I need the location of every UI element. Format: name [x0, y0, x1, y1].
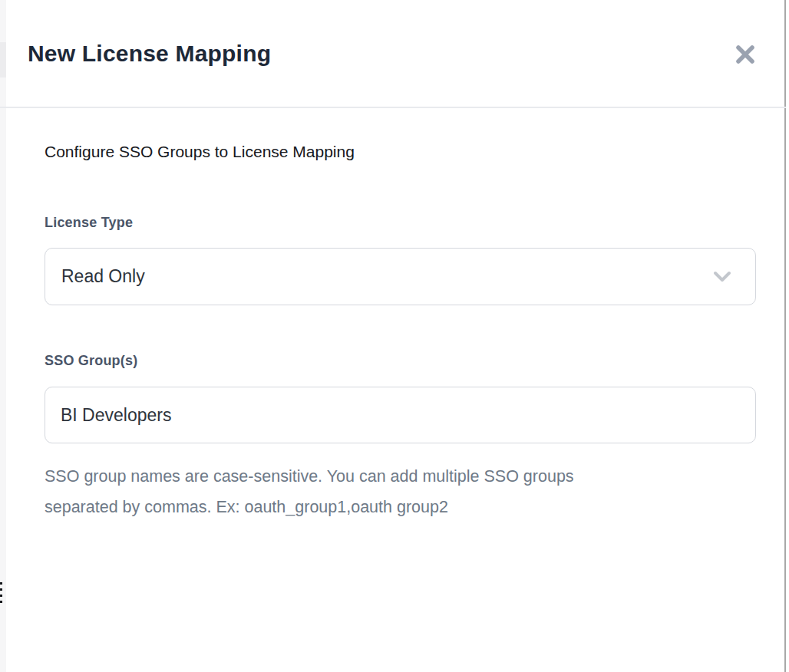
new-license-mapping-modal: New License Mapping Configure SSO Groups…	[6, 0, 786, 672]
chevron-down-icon	[711, 269, 734, 285]
page-background-strip	[0, 0, 6, 672]
background-list-icon-fragment	[0, 595, 2, 597]
background-list-icon-fragment	[0, 601, 2, 603]
sso-groups-helper-text: SSO group names are case-sensitive. You …	[45, 461, 735, 522]
license-type-selected-value: Read Only	[61, 266, 711, 287]
background-list-icon-fragment	[0, 588, 2, 591]
license-type-select[interactable]: Read Only	[45, 248, 756, 305]
sso-groups-label: SSO Group(s)	[45, 353, 137, 369]
header-divider	[0, 107, 786, 108]
sso-groups-input[interactable]	[45, 387, 756, 443]
close-icon	[733, 42, 758, 67]
page-background-block	[0, 42, 6, 77]
config-sso-heading: Configure SSO Groups to License Mapping	[45, 143, 355, 161]
helper-text-line2: separated by commas. Ex: oauth_group1,oa…	[45, 492, 735, 522]
license-type-label: License Type	[45, 215, 133, 231]
modal-title: New License Mapping	[28, 39, 271, 68]
close-button[interactable]	[729, 38, 761, 71]
helper-text-line1: SSO group names are case-sensitive. You …	[45, 461, 735, 492]
background-list-icon-fragment	[0, 582, 2, 585]
screen: New License Mapping Configure SSO Groups…	[0, 0, 789, 672]
